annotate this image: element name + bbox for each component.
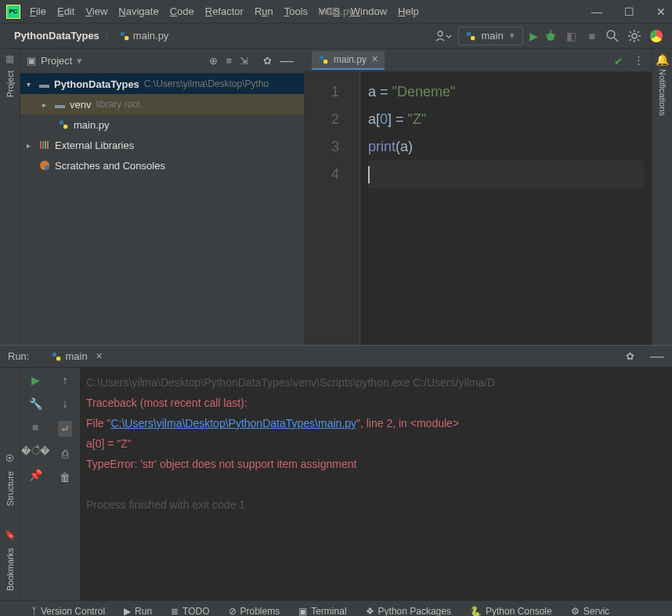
menu-tools[interactable]: Tools — [284, 5, 308, 17]
code-with-me-icon[interactable] — [650, 30, 663, 42]
editor-tab-bar: main.py ✕ ⋮ — [304, 49, 652, 72]
bookmarks-tool-icon[interactable]: 🔖 — [5, 530, 16, 540]
hide-run-button[interactable]: — — [650, 348, 664, 364]
run-button[interactable]: ▶ — [529, 30, 538, 42]
menu-run[interactable]: Run — [255, 5, 273, 17]
rerun-button[interactable]: ▶ — [31, 374, 40, 386]
close-run-tab-icon[interactable]: ✕ — [96, 351, 103, 361]
services-button[interactable]: ⚙ Servic — [571, 606, 609, 617]
svg-rect-31 — [56, 357, 60, 361]
menu-window[interactable]: Window — [351, 5, 387, 17]
soft-wrap-button[interactable]: ⤶ — [58, 421, 72, 437]
structure-tool-button[interactable]: Structure — [5, 468, 15, 509]
clear-button[interactable]: 🗑 — [60, 471, 70, 484]
notifications-tool-button[interactable]: Notifications — [658, 66, 667, 116]
stop-button: ■ — [589, 30, 595, 42]
project-panel-title[interactable]: Project — [41, 55, 72, 67]
tree-root[interactable]: ▾ ▬ PythonDataTypes C:\Users\yilma\Deskt… — [20, 74, 304, 94]
panel-settings-icon[interactable]: ✿ — [263, 55, 272, 67]
folder-icon: ▬ — [39, 78, 49, 90]
svg-point-9 — [607, 31, 615, 38]
tree-external-libs[interactable]: ▸ External Libraries — [20, 135, 304, 155]
bookmarks-tool-button[interactable]: Bookmarks — [5, 545, 15, 594]
libraries-icon — [39, 140, 50, 150]
coverage-button[interactable]: ◧ — [566, 30, 576, 42]
problems-button[interactable]: ⊘ Problems — [229, 606, 280, 617]
folder-icon: ▣ — [27, 55, 36, 67]
project-tool-button[interactable]: Project — [5, 67, 15, 100]
line-number: 2 — [304, 106, 339, 133]
menu-refactor[interactable]: Refactor — [205, 5, 244, 17]
bottom-tool-bar: ᛉ Version Control ▶ Run ≣ TODO ⊘ Problem… — [0, 600, 672, 616]
menu-file[interactable]: File — [30, 5, 46, 17]
editor-content[interactable]: a = "Deneme" a[0] = "Z" print(a) — [360, 72, 652, 345]
menu-code[interactable]: Code — [170, 5, 194, 17]
scroll-end-button[interactable]: ⎙ — [62, 448, 68, 460]
python-file-icon — [58, 119, 69, 130]
notifications-icon[interactable]: 🔔 — [656, 53, 669, 66]
maximize-button[interactable]: ☐ — [624, 5, 634, 18]
svg-line-17 — [638, 39, 639, 41]
run-config-label: main — [65, 350, 87, 362]
tree-scratch-label: Scratches and Consoles — [55, 160, 165, 172]
python-packages-button[interactable]: ❖ Python Packages — [366, 606, 451, 617]
tree-file-label: main.py — [74, 119, 110, 131]
editor-tab[interactable]: main.py ✕ — [312, 51, 385, 70]
run-settings-icon[interactable]: ✿ — [626, 350, 634, 362]
search-icon[interactable] — [606, 30, 619, 42]
select-opened-file-button[interactable]: ⊕ — [209, 55, 218, 67]
breadcrumb-project[interactable]: PythonDataTypes — [14, 30, 99, 42]
python-console-button[interactable]: 🐍 Python Console — [470, 606, 552, 617]
breadcrumb-file-label: main.py — [133, 30, 169, 42]
console-error: TypeError: 'str' object does not support… — [86, 454, 666, 474]
minimize-button[interactable]: — — [591, 5, 602, 18]
editor-more-icon[interactable]: ⋮ — [634, 54, 644, 66]
pin-tab-button[interactable]: 📌 — [29, 469, 42, 481]
menu-navigate[interactable]: Navigate — [118, 5, 158, 17]
chevron-right-icon[interactable]: ▸ — [27, 141, 34, 150]
tree-venv[interactable]: ▸ ▬ venv library root — [20, 94, 304, 114]
svg-line-10 — [614, 38, 618, 42]
menu-view[interactable]: View — [85, 5, 107, 17]
run-console[interactable]: C:\Users\yilma\Desktop\PythonDataTypes\v… — [80, 368, 672, 600]
breadcrumb-file[interactable]: main.py — [119, 30, 169, 42]
hide-panel-button[interactable]: — — [280, 53, 294, 69]
collapse-all-button[interactable]: ⇲ — [240, 55, 248, 67]
svg-point-2 — [438, 31, 443, 36]
project-tree: ▾ ▬ PythonDataTypes C:\Users\yilma\Deskt… — [20, 74, 304, 345]
run-tool-button[interactable]: ▶ Run — [124, 606, 152, 617]
expand-all-button[interactable]: ≡ — [226, 55, 232, 67]
terminal-button[interactable]: ▣ Terminal — [298, 606, 346, 617]
run-config-selector[interactable]: main ▼ — [458, 27, 522, 45]
tree-scratches[interactable]: ▸ Scratches and Consoles — [20, 155, 304, 176]
menu-help[interactable]: Help — [398, 5, 419, 17]
run-header-config[interactable]: main ✕ — [51, 350, 102, 362]
python-file-icon — [318, 54, 329, 65]
structure-tool-icon[interactable]: ⦿ — [5, 454, 14, 463]
chevron-right-icon[interactable]: ▸ — [42, 100, 50, 109]
chevron-down-icon[interactable]: ▾ — [27, 80, 34, 89]
inspection-ok-icon[interactable]: ✔ — [614, 55, 623, 67]
close-button[interactable]: ✕ — [656, 5, 666, 18]
window-title: main.py — [318, 5, 354, 17]
svg-line-16 — [630, 31, 631, 33]
down-stack-button[interactable]: ↓ — [63, 397, 68, 410]
version-control-button[interactable]: ᛉ Version Control — [31, 606, 105, 617]
console-file-link[interactable]: C:\Users\yilma\Desktop\PythonDataTypes\m… — [110, 417, 356, 429]
stop-run-button[interactable]: ■ — [32, 421, 38, 433]
chevron-down-icon[interactable]: ▾ — [77, 55, 82, 67]
up-stack-button[interactable]: ↑ — [63, 374, 68, 386]
code-editor[interactable]: 1 2 3 4 a = "Deneme" a[0] = "Z" print(a) — [304, 72, 652, 345]
exit-layout-button[interactable]: �ै� — [21, 444, 50, 458]
close-tab-icon[interactable]: ✕ — [371, 54, 378, 64]
left-tool-strip: ▦ Project — [0, 49, 20, 345]
project-tool-icon[interactable]: ▦ — [5, 53, 14, 64]
settings-icon[interactable] — [628, 30, 641, 42]
debug-button[interactable] — [544, 30, 557, 42]
wrench-icon[interactable]: 🔧 — [29, 397, 42, 410]
todo-button[interactable]: ≣ TODO — [171, 606, 209, 617]
menu-edit[interactable]: Edit — [57, 5, 74, 17]
tree-file-main[interactable]: main.py — [20, 114, 304, 135]
run-header-label: Run: — [8, 350, 29, 362]
user-dropdown-icon[interactable] — [435, 30, 452, 42]
